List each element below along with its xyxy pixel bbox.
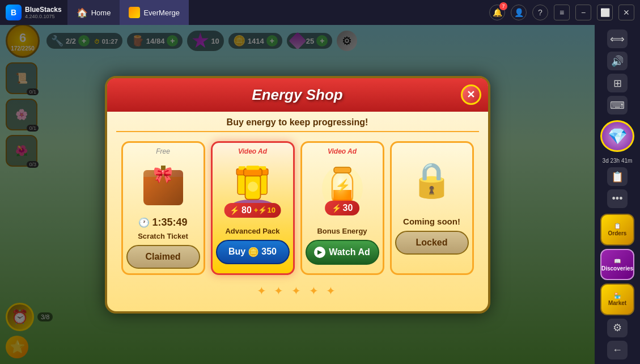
modal-bottom-decoration: ✦ ✦ ✦ ✦ ✦ [107,282,488,298]
bonus-energy-badge: ⚡ 30 [325,201,360,215]
advanced-card-image: ⚡ 80 +⚡10 [227,160,278,217]
gift-bow: 🎀 [153,166,173,184]
shop-card-bonus: Video Ad [300,141,384,275]
notification-wrapper: 🔔 7 [489,5,505,20]
home-tab[interactable]: 🏠 Home [67,0,120,25]
market-button[interactable]: 🏪 Market [600,283,634,315]
discoveries-label: Discoveries [601,265,633,272]
locked-card-image: 🔒 [406,152,457,209]
bonus-card-image: ⚡ ⚡ 30 [317,160,368,217]
bluestacks-bar: B BlueStacks 4.240.0.1075 🏠 Home EverMer… [0,0,640,25]
free-card-label: Free [156,147,170,155]
orders-label: Orders [608,230,627,236]
shop-close-button[interactable]: ✕ [461,84,481,105]
bluestacks-name: BlueStacks [25,6,62,14]
coin-icon-buy: 🪙 [248,247,259,257]
arrow-icon[interactable]: ← [607,341,628,359]
advanced-card-label: Video Ad [238,147,267,155]
advanced-energy-badge: ⚡ 80 +⚡10 [224,203,281,218]
help-button[interactable]: ? [532,5,548,20]
keyboard-icon[interactable]: ⌨ [607,96,628,115]
discoveries-button[interactable]: 📖 Discoveries [600,249,634,281]
advanced-energy-count: 80 [241,205,252,215]
shop-header: Energy Shop ✕ [107,78,488,112]
advanced-card-name: Advanced Pack [225,227,279,235]
restore-button[interactable]: ⬜ [597,5,613,20]
modal-overlay: Energy Shop ✕ Buy energy to keep progres… [0,25,595,364]
watch-ad-button[interactable]: ▶ Watch Ad [306,240,379,265]
volume-icon[interactable]: 🔊 [607,52,628,70]
shop-card-free: Free 🎀 🕐 1:35:49 Scratch Ticket Claimed [121,141,205,275]
right-sidebar: ⟺ 🔊 ⊞ ⌨ 💎 3d 23h 41m 📋 ••• 📋 Orders 📖 Di… [595,25,640,364]
shop-cards: Free 🎀 🕐 1:35:49 Scratch Ticket Claimed [107,132,488,282]
settings-icon[interactable]: ⚙ [607,319,628,337]
sidebar-expand-icon: ⟺ [607,29,628,48]
bluestacks-version: 4.240.0.1075 [25,14,62,19]
svg-text:⚡: ⚡ [334,178,350,193]
game-tab-label: EverMerge [143,9,180,17]
svg-rect-8 [243,169,261,176]
energy-shop-modal: Energy Shop ✕ Buy energy to keep progres… [105,76,490,314]
bluestacks-logo-icon: B [6,5,22,20]
market-icon: 🏪 [614,293,621,299]
free-card-timer: 🕐 1:35:49 [138,217,187,228]
bonus-card-name: Bonus Energy [317,227,367,235]
bluestacks-right-icons: 🔔 7 👤 ? ≡ − ⬜ ✕ [489,5,640,20]
free-card-image: 🎀 [138,160,189,211]
shop-subtitle: Buy energy to keep progressing! [107,112,488,131]
locked-button: Locked [395,231,469,255]
buy-button[interactable]: Buy 🪙 350 [216,240,290,264]
free-card-name: Scratch Ticket [138,232,188,240]
minimize-button[interactable]: − [575,5,591,20]
account-button[interactable]: 👤 [511,5,527,20]
svg-rect-16 [334,167,351,173]
advanced-bonus: +⚡10 [254,206,276,214]
home-tab-label: Home [91,9,111,17]
shop-card-advanced: Video Ad [211,141,295,275]
lightning-icon-1: ⚡ [230,206,239,215]
close-button[interactable]: ✕ [618,5,634,20]
buy-label: Buy [228,247,245,257]
shop-title: Energy Shop [118,86,477,104]
bonus-energy-count: 30 [343,203,353,213]
watch-ad-label: Watch Ad [329,247,370,257]
svg-rect-9 [246,166,259,170]
orders-button[interactable]: 📋 Orders [600,214,634,246]
lock-icon: 🔒 [410,160,453,200]
orders-icon: 📋 [614,223,621,229]
timer-display: 1:35:49 [152,217,187,228]
bluestacks-logo: B BlueStacks 4.240.0.1075 [0,5,67,20]
power-gem-timer: 3d 23h 41m [603,158,633,164]
gift-box: 🎀 [143,166,183,205]
discoveries-icon: 📖 [614,258,621,264]
clock-icon: 🕐 [138,217,150,228]
bonus-card-label: Video Ad [328,147,357,155]
svg-point-10 [248,181,258,192]
game-tab-icon [129,7,140,18]
game-tab[interactable]: EverMerge [120,0,189,25]
menu-button[interactable]: ≡ [554,5,570,20]
buy-cost: 350 [261,247,277,257]
layout-icon[interactable]: ⊞ [607,74,628,92]
claimed-button: Claimed [126,245,200,269]
more-icon[interactable]: ••• [607,189,628,208]
copy-icon[interactable]: 📋 [607,167,628,186]
play-icon: ▶ [314,247,325,258]
market-label: Market [608,300,626,306]
notification-badge: 7 [499,2,507,10]
shop-card-locked: 🔒 Coming soon! Locked [390,141,474,275]
home-icon: 🏠 [77,7,88,18]
lightning-icon-2: ⚡ [332,204,341,213]
power-gem-item[interactable]: 💎 [600,120,634,152]
coming-soon-label: Coming soon! [403,217,460,226]
